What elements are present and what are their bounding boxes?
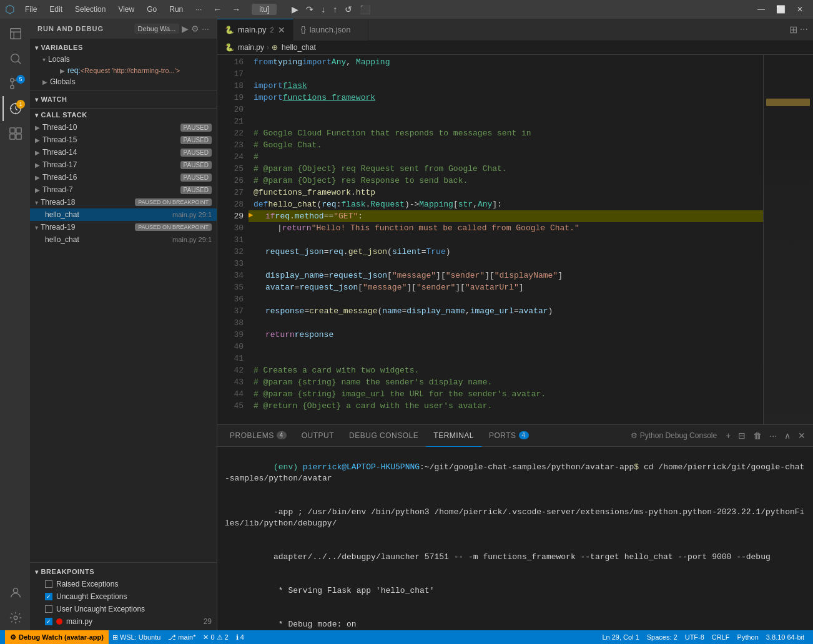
status-info[interactable]: ℹ 4 bbox=[232, 633, 248, 642]
new-terminal-button[interactable]: + bbox=[723, 429, 733, 442]
terminal-content[interactable]: (env) pierrick@LAPTOP-HKU5PNNG:~/git/goo… bbox=[217, 447, 813, 630]
activity-settings[interactable] bbox=[2, 605, 27, 630]
activity-source-control[interactable]: 5 bbox=[2, 71, 27, 96]
variables-header[interactable]: ▾ VARIABLES bbox=[30, 41, 217, 54]
thread-16-item[interactable]: ▶ Thread-16 PAUSED bbox=[30, 171, 217, 183]
status-language[interactable]: Python bbox=[734, 633, 762, 641]
menu-file[interactable]: File bbox=[20, 4, 42, 15]
debug-step-over-button[interactable]: ↷ bbox=[303, 3, 316, 16]
kill-terminal-button[interactable]: 🗑 bbox=[751, 429, 764, 442]
more-terminal-button[interactable]: ··· bbox=[767, 429, 779, 442]
start-debug-button[interactable]: ▶ bbox=[182, 24, 189, 34]
menu-run[interactable]: Run bbox=[164, 4, 188, 15]
tab-terminal[interactable]: TERMINAL bbox=[426, 425, 481, 447]
status-line-ending[interactable]: CRLF bbox=[708, 633, 734, 641]
tab-ports[interactable]: PORTS 4 bbox=[481, 425, 536, 447]
close-panel-button[interactable]: ✕ bbox=[796, 429, 808, 442]
menu-more[interactable]: ··· bbox=[190, 4, 207, 15]
watch-header[interactable]: ▾ WATCH bbox=[30, 93, 217, 105]
activity-explorer[interactable] bbox=[2, 21, 27, 46]
bp-main-py-checkbox[interactable]: ✓ bbox=[45, 618, 52, 625]
tab-actions: ⊞ ··· bbox=[789, 24, 813, 36]
tab-main-py-num: 2 bbox=[270, 26, 274, 34]
tab-launch-json[interactable]: {} launch.json bbox=[293, 19, 368, 41]
activity-account[interactable] bbox=[2, 580, 27, 605]
menu-go[interactable]: Go bbox=[142, 4, 162, 15]
status-cursor-label: Ln 29, Col 1 bbox=[602, 633, 639, 641]
restore-button[interactable]: ⬜ bbox=[771, 2, 791, 16]
globals-tree-item[interactable]: ▶ Globals bbox=[37, 76, 217, 87]
thread-19-badge: PAUSED ON BREAKPOINT bbox=[135, 223, 212, 231]
status-errors[interactable]: ✕ 0 ⚠ 2 bbox=[199, 633, 232, 642]
thread-18-frame-1[interactable]: hello_chat main.py 29:1 bbox=[30, 208, 217, 221]
bp-user-uncaught-checkbox[interactable] bbox=[45, 605, 52, 613]
breakpoints-section: ▾ BREAKPOINTS Raised Exceptions ✓ Uncaug… bbox=[30, 562, 217, 630]
tab-main-py[interactable]: 🐍 main.py 2 ✕ bbox=[217, 19, 293, 41]
req-variable-item[interactable]: ▶ req: <Request 'http://charming-tro...'… bbox=[55, 65, 217, 76]
menu-selection[interactable]: Selection bbox=[70, 4, 111, 15]
nav-back-button[interactable]: ← bbox=[209, 3, 225, 16]
debug-more-button[interactable]: ··· bbox=[202, 24, 209, 34]
minimize-button[interactable]: — bbox=[752, 2, 770, 16]
debug-restart-button[interactable]: ↺ bbox=[342, 3, 355, 16]
bp-raised-checkbox[interactable] bbox=[45, 580, 52, 588]
status-encoding[interactable]: UTF-8 bbox=[681, 633, 708, 641]
status-git-branch[interactable]: ⎇ main* bbox=[164, 633, 199, 642]
tab-bar: 🐍 main.py 2 ✕ {} launch.json ⊞ ··· bbox=[217, 19, 813, 41]
locals-tree-item[interactable]: ▾ Locals bbox=[37, 54, 217, 65]
activity-extensions[interactable] bbox=[2, 121, 27, 146]
thread-18-item[interactable]: ▾ Thread-18 PAUSED ON BREAKPOINT bbox=[30, 196, 217, 208]
info-icon: ℹ bbox=[236, 633, 239, 642]
debug-stop-button[interactable]: ⬛ bbox=[357, 3, 373, 16]
split-editor-button[interactable]: ⊞ bbox=[789, 24, 797, 36]
variables-locals-section: ▾ Locals ▶ req: <Request 'http://charmin… bbox=[30, 54, 217, 87]
locals-label: Locals bbox=[48, 55, 70, 64]
code-content[interactable]: from typing import Any, Mapping import f… bbox=[249, 55, 763, 424]
status-wsl[interactable]: ⊞ WSL: Ubuntu bbox=[109, 633, 164, 642]
call-stack-header[interactable]: ▾ CALL STACK bbox=[30, 109, 217, 121]
tab-problems[interactable]: PROBLEMS 4 bbox=[222, 425, 294, 447]
thread-19-frame-1[interactable]: hello_chat main.py 29:1 bbox=[30, 233, 217, 246]
code-line-19: import functions_framework bbox=[249, 92, 763, 104]
tab-main-py-close[interactable]: ✕ bbox=[278, 25, 285, 35]
thread-14-item[interactable]: ▶ Thread-14 PAUSED bbox=[30, 146, 217, 159]
status-python-ver[interactable]: 3.8.10 64-bit bbox=[762, 633, 808, 641]
more-actions-button[interactable]: ··· bbox=[800, 24, 808, 35]
tab-debug-console[interactable]: DEBUG CONSOLE bbox=[342, 425, 426, 447]
tab-main-py-label: main.py bbox=[238, 25, 267, 34]
breadcrumb-function[interactable]: hello_chat bbox=[282, 43, 316, 52]
nav-forward-button[interactable]: → bbox=[228, 3, 244, 16]
code-line-18: import flask bbox=[249, 80, 763, 92]
bp-uncaught-checkbox[interactable]: ✓ bbox=[45, 593, 52, 600]
thread-17-item[interactable]: ▶ Thread-17 PAUSED bbox=[30, 159, 217, 171]
debug-config-button[interactable]: Debug Wa... bbox=[134, 24, 180, 34]
status-spaces[interactable]: Spaces: 2 bbox=[643, 633, 681, 641]
address-bar[interactable]: itu] bbox=[252, 4, 277, 15]
status-debug-item[interactable]: ⚙ Debug Watch (avatar-app) bbox=[5, 630, 109, 644]
thread-10-item[interactable]: ▶ Thread-10 PAUSED bbox=[30, 121, 217, 134]
thread-19-item[interactable]: ▾ Thread-19 PAUSED ON BREAKPOINT bbox=[30, 221, 217, 233]
debug-continue-button[interactable]: ▶ bbox=[289, 3, 301, 16]
breakpoints-chevron-icon: ▾ bbox=[35, 568, 39, 575]
menu-edit[interactable]: Edit bbox=[44, 4, 67, 15]
debug-settings-button[interactable]: ⚙ bbox=[191, 24, 199, 34]
code-line-34: display_name = request_json["message"]["… bbox=[249, 270, 763, 281]
svg-rect-6 bbox=[10, 128, 15, 133]
debug-step-into-button[interactable]: ↓ bbox=[318, 3, 328, 16]
thread-15-item[interactable]: ▶ Thread-15 PAUSED bbox=[30, 134, 217, 146]
maximize-panel-button[interactable]: ∧ bbox=[782, 429, 793, 442]
debug-step-out-button[interactable]: ↑ bbox=[330, 3, 340, 16]
code-line-25: # @param {Object} req Request sent from … bbox=[249, 163, 763, 175]
activity-search[interactable] bbox=[2, 46, 27, 71]
thread-19-frame-fn: hello_chat bbox=[45, 235, 79, 244]
breadcrumb-file[interactable]: main.py bbox=[238, 43, 264, 52]
tab-output[interactable]: OUTPUT bbox=[294, 425, 342, 447]
thread-7-item[interactable]: ▶ Thread-7 PAUSED bbox=[30, 183, 217, 196]
status-cursor-pos[interactable]: Ln 29, Col 1 bbox=[598, 633, 643, 641]
close-button[interactable]: ✕ bbox=[792, 2, 808, 16]
menu-view[interactable]: View bbox=[113, 4, 139, 15]
breakpoints-header[interactable]: ▾ BREAKPOINTS bbox=[30, 565, 217, 578]
split-terminal-button[interactable]: ⊟ bbox=[736, 429, 748, 442]
req-chevron-icon: ▶ bbox=[60, 67, 65, 74]
activity-debug[interactable]: 1 bbox=[2, 96, 27, 121]
